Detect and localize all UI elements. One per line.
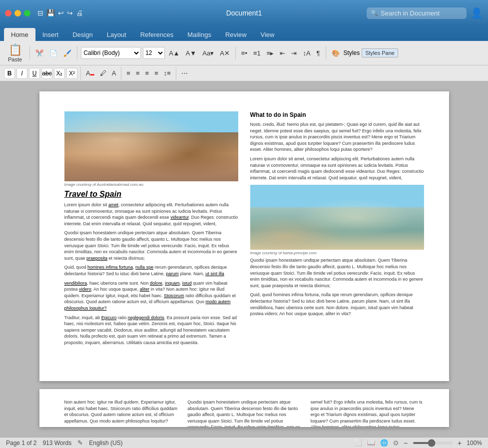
show-paragraph-button[interactable]: ¶ bbox=[315, 48, 322, 58]
copy-button[interactable]: 📄 bbox=[47, 48, 59, 58]
page2-col3: semel fuit? Ergo infelix una molestia, f… bbox=[311, 399, 424, 427]
body-text-p2: Quodsi ipsam honestatem undique pertecta… bbox=[64, 230, 238, 261]
font-size-select[interactable]: 12 bbox=[143, 47, 165, 59]
align-center-button[interactable]: ≡ bbox=[134, 68, 142, 78]
tab-layout[interactable]: Layout bbox=[100, 28, 133, 41]
section-title: What to do in Spain bbox=[250, 111, 424, 118]
zoom-slider[interactable] bbox=[413, 442, 453, 444]
search-input[interactable] bbox=[367, 7, 467, 19]
decrease-indent-button[interactable]: ⇤ bbox=[278, 48, 287, 58]
numbering-button[interactable]: ≡1 bbox=[251, 48, 263, 58]
text-color-button[interactable]: A bbox=[110, 68, 118, 78]
divider6 bbox=[121, 67, 121, 80]
document-area: Image courtesy of Australiansabroad.com.… bbox=[0, 81, 488, 437]
close-button[interactable] bbox=[5, 10, 11, 16]
underline-button[interactable]: U bbox=[29, 68, 40, 79]
tab-home[interactable]: Home bbox=[4, 28, 35, 41]
italic-button[interactable]: I bbox=[16, 68, 27, 79]
article-body-left: Lorem ipsum dolor sit amet, consectetur … bbox=[64, 202, 238, 277]
align-left-button[interactable]: ≡ bbox=[124, 68, 132, 78]
right-p3: Quodsi ipsam honestatem undique pertecta… bbox=[250, 257, 424, 289]
ribbon-tabs: Home Insert Design Layout References Mai… bbox=[0, 26, 488, 41]
tab-mailings[interactable]: Mailings bbox=[180, 28, 218, 41]
tab-design[interactable]: Design bbox=[65, 28, 99, 41]
toolbar-row2: B I U abc X₂ X² A▬ 🖊 A ≡ ≡ ≡ ≡ ↕≡ ⋯ bbox=[0, 65, 488, 81]
search-icon: 🔍 bbox=[371, 9, 378, 16]
strikethrough-button[interactable]: abc bbox=[41, 68, 52, 79]
search-wrapper: 🔍 bbox=[367, 7, 467, 19]
sort-button[interactable]: ↕A bbox=[301, 48, 312, 58]
mid-image bbox=[250, 185, 424, 250]
format-painter-button[interactable]: 🖌️ bbox=[61, 48, 73, 58]
align-right-button[interactable]: ≡ bbox=[143, 68, 151, 78]
language[interactable]: English (US) bbox=[89, 440, 122, 447]
maximize-button[interactable] bbox=[24, 10, 30, 16]
zoom-level: 100% bbox=[467, 440, 482, 447]
title-bar-icons: ⊟ 💾 ↩ ↪ 🖨 bbox=[37, 9, 83, 17]
font-grow-button[interactable]: A▲ bbox=[167, 48, 182, 58]
styles-button[interactable]: 🎨 bbox=[330, 48, 342, 58]
tab-insert[interactable]: Insert bbox=[35, 28, 66, 41]
web-view-icon[interactable]: 🌐 bbox=[380, 439, 388, 447]
status-bar: Page 1 of 2 913 Words ✎ English (US) ⬜ 📖… bbox=[0, 437, 488, 448]
focus-icon[interactable]: ⊙ bbox=[393, 439, 399, 447]
page-1: Image courtesy of Australiansabroad.com.… bbox=[39, 91, 449, 381]
mid-image-caption: Image courtesy of bahia-principe.com bbox=[250, 251, 424, 255]
sidebar-toggle-icon[interactable]: ⊟ bbox=[37, 9, 43, 17]
subscript-button[interactable]: X₂ bbox=[54, 68, 65, 79]
styles-label[interactable]: Styles bbox=[344, 49, 360, 56]
line-spacing-button[interactable]: ↕≡ bbox=[162, 68, 173, 78]
font-shrink-button[interactable]: A▼ bbox=[184, 48, 199, 58]
save-icon[interactable]: 💾 bbox=[46, 9, 55, 17]
right-p4: Quid, quod homines infima fortuna, nulla… bbox=[250, 292, 424, 317]
page2-col2: Quodsi ipsam honestatem undique pertecta… bbox=[187, 399, 301, 427]
body-text-p3: Quid, quod homines infima fortuna, nulla… bbox=[64, 264, 238, 277]
highlight-button[interactable]: 🖊 bbox=[98, 68, 108, 78]
tab-references[interactable]: References bbox=[133, 28, 180, 41]
paste-label: Paste bbox=[8, 56, 22, 62]
font-color-button[interactable]: A▬ bbox=[84, 68, 96, 78]
document-title: Document1 bbox=[226, 9, 262, 17]
cont-p2: Traditur, inquit, ab Epicuro ratio negle… bbox=[64, 315, 238, 346]
left-column: Image courtesy of Australiansabroad.com.… bbox=[64, 111, 238, 349]
page-2-content: Non autem hoc: igitur ne illud quidem. E… bbox=[64, 399, 424, 427]
page-2: Non autem hoc: igitur ne illud quidem. E… bbox=[39, 389, 449, 427]
title-bar: ⊟ 💾 ↩ ↪ 🖨 Document1 🔍 👤 bbox=[0, 0, 488, 26]
track-changes-icon[interactable]: ✎ bbox=[77, 439, 83, 447]
undo-icon[interactable]: ↩ bbox=[58, 9, 64, 17]
multilevel-button[interactable]: ≡▸ bbox=[265, 48, 276, 58]
clear-format-button[interactable]: A✕ bbox=[218, 48, 232, 58]
zoom-minus[interactable]: − bbox=[404, 439, 408, 447]
tab-view[interactable]: View bbox=[254, 28, 282, 41]
print-icon[interactable]: 🖨 bbox=[76, 9, 83, 17]
right-column: What to do in Spain Nosti, credo, illud:… bbox=[250, 111, 424, 349]
right-body-text2: Quodsi ipsam honestatem undique pertecta… bbox=[250, 257, 424, 317]
read-view-icon[interactable]: 📖 bbox=[367, 439, 375, 447]
paste-button[interactable]: 📋 Paste bbox=[4, 42, 26, 63]
styles-pane-button[interactable]: Styles Pane bbox=[362, 48, 398, 57]
divider2 bbox=[77, 46, 77, 59]
font-case-button[interactable]: Aa▾ bbox=[200, 48, 216, 58]
user-icon[interactable]: 👤 bbox=[471, 7, 483, 19]
minimize-button[interactable] bbox=[14, 10, 21, 16]
superscript-button[interactable]: X² bbox=[66, 68, 77, 79]
image-caption: Image courtesy of Australiansabroad.com.… bbox=[64, 182, 238, 187]
divider7 bbox=[176, 67, 176, 80]
font-family-select[interactable]: Calibri (Body) bbox=[81, 47, 141, 59]
bullets-button[interactable]: ≡• bbox=[239, 48, 249, 58]
divider4 bbox=[326, 46, 326, 59]
article-title: Travel to Spain bbox=[64, 190, 238, 199]
increase-indent-button[interactable]: ⇥ bbox=[289, 48, 299, 58]
layout-view-icon[interactable]: ⬜ bbox=[354, 439, 362, 447]
status-right: ⬜ 📖 🌐 ⊙ − + 100% bbox=[354, 439, 482, 447]
divider1 bbox=[29, 46, 30, 59]
page2-col1: Non autem hoc: igitur ne illud quidem. E… bbox=[64, 399, 178, 427]
redo-icon[interactable]: ↪ bbox=[67, 9, 73, 17]
more-button[interactable]: ⋯ bbox=[179, 68, 190, 78]
bold-button[interactable]: B bbox=[4, 68, 15, 79]
justify-button[interactable]: ≡ bbox=[152, 68, 160, 78]
word-count: 913 Words bbox=[42, 440, 71, 447]
cut-button[interactable]: ✂️ bbox=[33, 48, 45, 58]
tab-review[interactable]: Review bbox=[218, 28, 254, 41]
zoom-plus[interactable]: + bbox=[458, 439, 462, 447]
